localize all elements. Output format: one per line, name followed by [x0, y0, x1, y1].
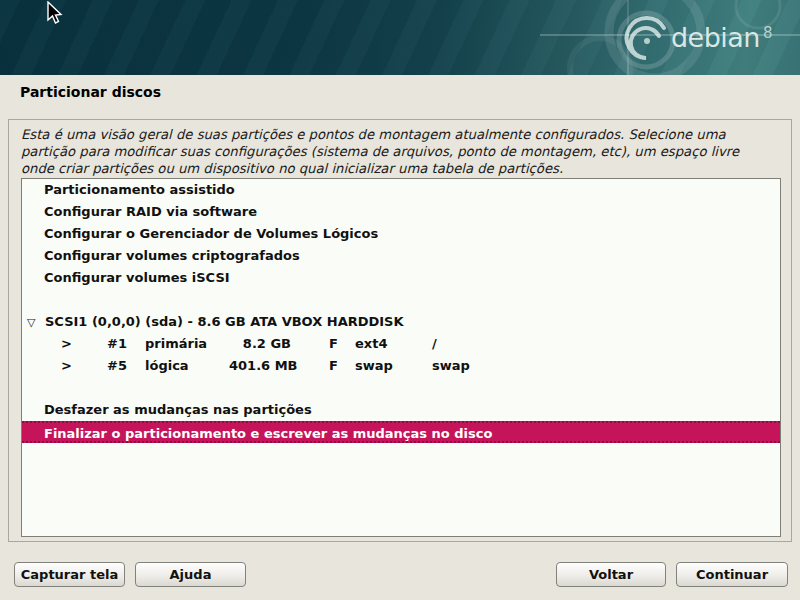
partition-number: #5 [107, 355, 145, 377]
disk-label: SCSI1 (0,0,0) (sda) - 8.6 GB ATA VBOX HA… [45, 314, 404, 329]
list-item-iscsi[interactable]: Configurar volumes iSCSI [22, 267, 780, 289]
partition-marker-icon: > [61, 333, 107, 355]
partition-listbox[interactable]: Particionamento assistido Configurar RAI… [21, 178, 781, 537]
debian-logo-text: debian8 [671, 22, 772, 53]
partition-flag: F [329, 355, 355, 377]
list-spacer [22, 289, 780, 311]
expander-triangle-icon[interactable]: ▽ [27, 312, 45, 334]
partition-marker-icon: > [61, 355, 107, 377]
list-item-finish-partitioning[interactable]: Finalizar o particionamento e escrever a… [22, 421, 780, 443]
debian-version: 8 [763, 24, 772, 42]
continue-button[interactable]: Continuar [676, 562, 788, 587]
back-button[interactable]: Voltar [556, 562, 666, 587]
list-spacer [22, 377, 780, 399]
list-item-lvm[interactable]: Configurar o Gerenciador de Volumes Lógi… [22, 223, 780, 245]
list-item-raid[interactable]: Configurar RAID via software [22, 201, 780, 223]
partition-size: 8.2 GB [229, 333, 291, 355]
list-item-partition-1[interactable]: >#1primária8.2 GBFext4/ [22, 333, 780, 355]
help-button[interactable]: Ajuda [135, 562, 246, 587]
list-item-undo-changes[interactable]: Desfazer as mudanças nas partições [22, 399, 780, 421]
partition-filesystem: ext4 [355, 333, 432, 355]
partition-flag: F [329, 333, 355, 355]
step-description: Esta é uma visão geral de suas partições… [21, 126, 765, 177]
list-item-partition-5[interactable]: >#5lógica401.6 MBFswapswap [22, 355, 780, 377]
header-banner: debian8 [0, 0, 800, 75]
partition-mountpoint: / [432, 333, 437, 355]
page-title: Particionar discos [20, 84, 161, 100]
list-item-encrypted[interactable]: Configurar volumes criptografados [22, 245, 780, 267]
list-item-disk[interactable]: ▽SCSI1 (0,0,0) (sda) - 8.6 GB ATA VBOX H… [22, 311, 780, 333]
partition-number: #1 [107, 333, 145, 355]
partition-size: 401.6 MB [229, 355, 291, 377]
screenshot-button[interactable]: Capturar tela [14, 562, 125, 587]
mouse-cursor [44, 1, 66, 27]
partition-type: lógica [145, 355, 229, 377]
partition-mountpoint: swap [432, 355, 470, 377]
partition-type: primária [145, 333, 229, 355]
content-frame: Esta é uma visão geral de suas partições… [8, 119, 792, 542]
list-item-guided-partitioning[interactable]: Particionamento assistido [22, 179, 780, 201]
partition-filesystem: swap [355, 355, 432, 377]
